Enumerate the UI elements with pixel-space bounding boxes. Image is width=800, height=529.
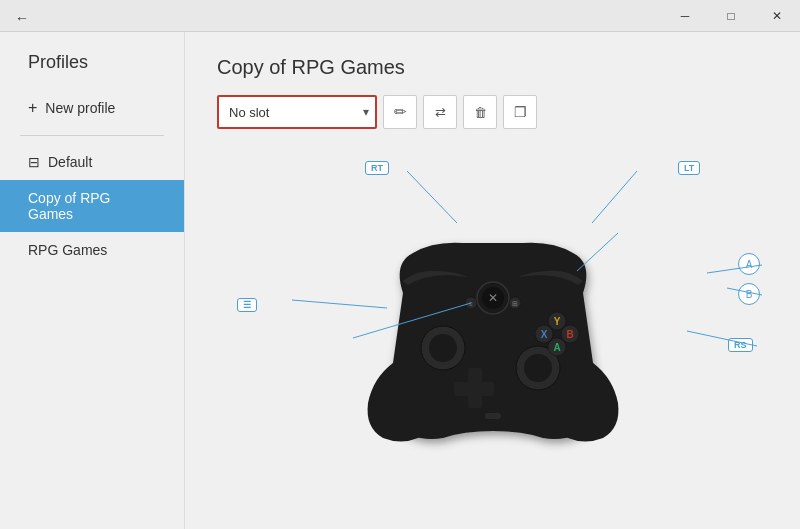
sidebar-title: Profiles: [0, 52, 184, 89]
edit-icon: ✏: [394, 103, 407, 121]
svg-text:✕: ✕: [488, 291, 498, 305]
plus-icon: +: [28, 99, 37, 117]
maximize-button[interactable]: □: [708, 0, 754, 32]
svg-rect-8: [454, 382, 494, 396]
sidebar-item-label: RPG Games: [28, 242, 107, 258]
svg-rect-21: [485, 413, 501, 419]
edit-button[interactable]: ✏: [383, 95, 417, 129]
svg-text:≡: ≡: [469, 301, 473, 307]
copy-button[interactable]: ❐: [503, 95, 537, 129]
controller-svg: ✕ Y X B: [323, 203, 663, 463]
svg-text:Y: Y: [553, 316, 560, 327]
remap-icon: ⇄: [435, 105, 446, 120]
back-button[interactable]: ←: [10, 6, 34, 30]
slot-dropdown[interactable]: No slot Slot 1 Slot 2 Slot 3: [217, 95, 377, 129]
delete-icon: 🗑: [474, 105, 487, 120]
svg-text:A: A: [553, 342, 560, 353]
sidebar-item-default[interactable]: ⊟ Default: [0, 144, 184, 180]
sidebar: Profiles + New profile ⊟ Default Copy of…: [0, 32, 185, 529]
svg-text:⊞: ⊞: [512, 300, 518, 307]
sidebar-divider: [20, 135, 164, 136]
remap-button[interactable]: ⇄: [423, 95, 457, 129]
svg-point-4: [429, 334, 457, 362]
close-button[interactable]: ✕: [754, 0, 800, 32]
controller-icon: ⊟: [28, 154, 40, 170]
main-content: Copy of RPG Games No slot Slot 1 Slot 2 …: [185, 32, 800, 529]
svg-line-22: [577, 233, 618, 271]
sidebar-item-rpg[interactable]: RPG Games: [0, 232, 184, 268]
delete-button[interactable]: 🗑: [463, 95, 497, 129]
controller-area: ✕ Y X B: [217, 153, 768, 513]
minimize-button[interactable]: ─: [662, 0, 708, 32]
svg-text:X: X: [540, 329, 547, 340]
new-profile-label: New profile: [45, 100, 115, 116]
page-title: Copy of RPG Games: [217, 56, 768, 79]
toolbar: No slot Slot 1 Slot 2 Slot 3 ✏ ⇄ 🗑 ❐: [217, 95, 768, 129]
sidebar-item-label: Default: [48, 154, 92, 170]
slot-select-wrapper: No slot Slot 1 Slot 2 Slot 3: [217, 95, 377, 129]
svg-text:B: B: [566, 329, 573, 340]
sidebar-item-label: Copy of RPG Games: [28, 190, 156, 222]
new-profile-button[interactable]: + New profile: [0, 89, 184, 127]
copy-icon: ❐: [514, 104, 527, 120]
sidebar-item-copy-rpg[interactable]: Copy of RPG Games: [0, 180, 184, 232]
svg-point-6: [524, 354, 552, 382]
